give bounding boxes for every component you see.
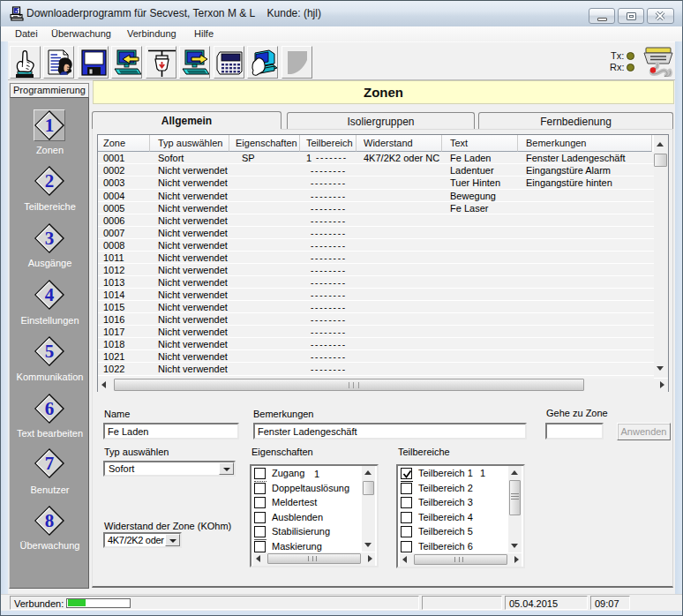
svg-text:3: 3 [45, 228, 55, 249]
svg-text:2: 2 [45, 170, 55, 192]
svg-text:8: 8 [45, 510, 55, 531]
svg-text:5: 5 [45, 341, 55, 362]
svg-text:1: 1 [45, 115, 55, 136]
svg-text:7: 7 [45, 453, 55, 474]
svg-text:4: 4 [45, 284, 55, 305]
svg-text:6: 6 [45, 398, 55, 419]
